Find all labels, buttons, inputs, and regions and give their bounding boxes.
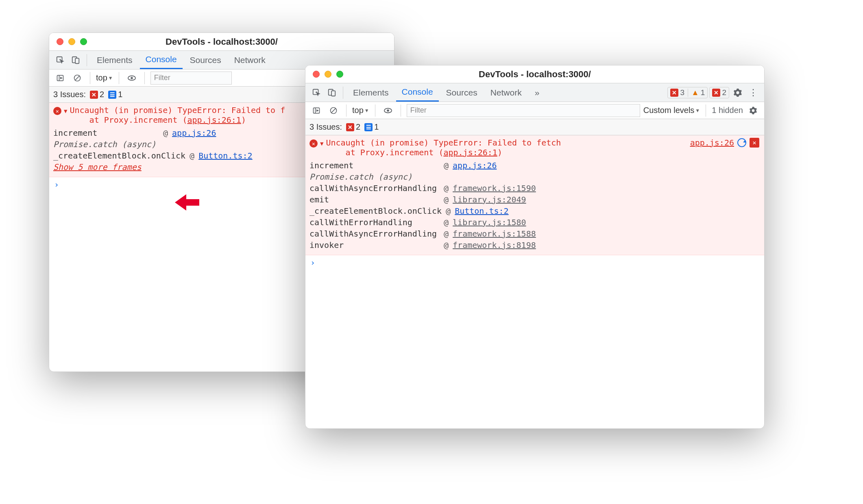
feedback-icon[interactable]: ✕ — [750, 138, 759, 148]
svg-rect-2 — [75, 58, 79, 63]
stack-link[interactable]: framework.js:1590 — [453, 182, 536, 194]
stack-link[interactable]: Button.ts:2 — [198, 150, 252, 161]
devtools-tabstrip: Elements Console Sources Network » ✕ 3 ▲… — [305, 83, 764, 102]
error-line-1: Uncaught (in promise) TypeError: Failed … — [70, 105, 285, 115]
console-prompt[interactable]: › — [305, 255, 764, 270]
stack-fn: callWithErrorHandling — [309, 217, 440, 228]
stack-fn: _createElementBlock.onClick — [309, 205, 442, 217]
error-count-icon: ✕ — [670, 89, 678, 97]
window-close-button[interactable] — [313, 71, 320, 78]
filter-input[interactable]: Filter — [150, 72, 232, 85]
tab-console[interactable]: Console — [140, 51, 183, 69]
stack-link[interactable]: app.js:26 — [172, 127, 216, 139]
tab-sources[interactable]: Sources — [184, 51, 227, 69]
override-count: 2 — [722, 88, 726, 97]
inspect-icon[interactable] — [53, 53, 67, 67]
window-minimize-button[interactable] — [325, 71, 331, 78]
issues-info-count[interactable]: 1 — [118, 90, 122, 99]
info-badge-icon: ☰ — [364, 123, 373, 131]
hidden-count[interactable]: 1 hidden — [712, 106, 743, 115]
issues-bar: 3 Issues: ✕ 2 ☰ 1 — [305, 119, 764, 135]
sidebar-toggle-icon[interactable] — [309, 104, 323, 117]
context-label: top — [352, 106, 364, 115]
reload-icon[interactable] — [737, 138, 746, 147]
context-selector[interactable]: top ▼ — [96, 73, 113, 83]
console-error-entry: app.js:26 ✕ ✕ ▼ Uncaught (in promise) Ty… — [305, 135, 764, 255]
more-menu-icon[interactable]: ⋮ — [746, 86, 760, 100]
device-toggle-icon[interactable] — [325, 86, 339, 100]
window-zoom-button[interactable] — [336, 71, 343, 78]
window-zoom-button[interactable] — [80, 38, 87, 45]
stack-link[interactable]: framework.js:8198 — [453, 239, 536, 251]
stack-at: @ — [444, 217, 449, 228]
window-close-button[interactable] — [57, 38, 63, 45]
error-icon: ✕ — [53, 107, 61, 115]
window-title: DevTools - localhost:3000/ — [49, 37, 394, 47]
show-more-link[interactable]: Show 5 more frames — [53, 161, 142, 173]
stack-frame: callWithErrorHandling@library.js:1580 — [309, 217, 760, 228]
stack-at: @ — [163, 127, 168, 139]
stack-fn: emit — [309, 194, 440, 205]
stack-link[interactable]: Button.ts:2 — [455, 205, 508, 217]
disclosure-triangle-icon[interactable]: ▼ — [320, 140, 323, 147]
info-badge-icon: ☰ — [108, 91, 116, 99]
disclosure-triangle-icon[interactable]: ▼ — [64, 108, 67, 114]
tab-sources[interactable]: Sources — [440, 83, 483, 102]
error-line-1: Uncaught (in promise) TypeError: Failed … — [326, 138, 561, 148]
live-expression-icon[interactable] — [381, 104, 395, 117]
stack-frame: callWithAsyncErrorHandling@framework.js:… — [309, 228, 760, 239]
clear-console-icon[interactable] — [327, 104, 340, 117]
stack-frame: emit@library.js:2049 — [309, 194, 760, 205]
stack-link[interactable]: framework.js:1588 — [453, 228, 536, 239]
stack-link[interactable]: library.js:2049 — [453, 194, 526, 205]
tab-console[interactable]: Console — [396, 83, 439, 102]
inspect-icon[interactable] — [309, 86, 323, 100]
issues-error-count[interactable]: 2 — [356, 122, 360, 132]
settings-icon[interactable] — [731, 86, 745, 100]
titlebar[interactable]: DevTools - localhost:3000/ — [49, 33, 394, 51]
stack-link[interactable]: app.js:26 — [453, 160, 497, 171]
error-line-2: at Proxy.increment ( — [326, 148, 443, 157]
error-icon: ✕ — [309, 139, 318, 148]
stack-at: @ — [190, 150, 194, 161]
filter-input[interactable]: Filter — [407, 104, 640, 117]
stack-fn: Promise.catch (async) — [309, 171, 412, 182]
stack-at: @ — [444, 194, 449, 205]
devtools-window-expanded: DevTools - localhost:3000/ Elements Cons… — [305, 65, 765, 429]
override-counts[interactable]: ✕ 2 — [709, 87, 729, 98]
error-badge-icon: ✕ — [90, 91, 98, 99]
tab-network[interactable]: Network — [485, 83, 527, 102]
stack-at: @ — [446, 205, 451, 217]
error-source-link[interactable]: app.js:26:1 — [187, 115, 241, 125]
tab-network[interactable]: Network — [229, 51, 271, 69]
tab-elements[interactable]: Elements — [91, 51, 138, 69]
error-badge-icon: ✕ — [346, 123, 354, 131]
clear-console-icon[interactable] — [70, 71, 84, 85]
status-counts[interactable]: ✕ 3 ▲ 1 — [667, 87, 708, 98]
issues-label: 3 Issues: — [309, 122, 342, 132]
issues-info-count[interactable]: 1 — [374, 122, 379, 132]
live-expression-icon[interactable] — [125, 71, 139, 85]
stack-frame: invoker@framework.js:8198 — [309, 239, 760, 251]
titlebar[interactable]: DevTools - localhost:3000/ — [305, 65, 764, 83]
warning-count-icon: ▲ — [691, 88, 699, 97]
tabs-overflow[interactable]: » — [529, 83, 545, 102]
tab-elements[interactable]: Elements — [347, 83, 394, 102]
device-toggle-icon[interactable] — [69, 53, 83, 67]
sidebar-toggle-icon[interactable] — [53, 71, 67, 85]
stack-fn: callWithAsyncErrorHandling — [309, 182, 440, 194]
stack-link[interactable]: library.js:1580 — [453, 217, 526, 228]
stack-frame: increment@app.js:26 — [309, 160, 760, 171]
context-selector[interactable]: top ▼ — [352, 106, 369, 115]
error-source-link[interactable]: app.js:26:1 — [443, 148, 497, 157]
console-settings-icon[interactable] — [746, 104, 760, 117]
levels-selector[interactable]: Custom levels ▼ — [643, 106, 700, 115]
error-source-link-right[interactable]: app.js:26 — [690, 138, 734, 148]
window-minimize-button[interactable] — [68, 38, 75, 45]
stack-trace: increment@app.js:26Promise.catch (async)… — [309, 160, 760, 251]
error-line-2: at Proxy.increment ( — [70, 115, 187, 125]
stack-fn: callWithAsyncErrorHandling — [309, 228, 440, 239]
stack-at: @ — [444, 228, 449, 239]
svg-point-13 — [387, 109, 389, 112]
issues-error-count[interactable]: 2 — [100, 90, 104, 99]
